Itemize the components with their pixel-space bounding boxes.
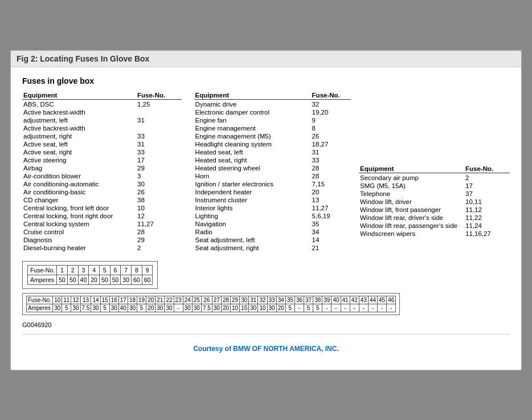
equipment-cell: Air conditioning-basic [22,188,136,196]
diag-header-cell: 3 [78,265,89,275]
diag-header-cell: 38 [313,296,322,304]
equipment-cell: Window lift rear, driver's side [359,214,464,222]
equipment-cell: Dynamic drive [194,100,311,108]
fuse-cell: 10 [136,204,182,212]
diag-header-cell: 26 [201,296,212,304]
diag-value-cell: Amperes [27,304,53,312]
diag-value-cell: - [359,304,368,312]
diag-header-cell: 34 [276,296,285,304]
table-row: ABS, DSC1,25 [22,100,182,108]
table-row: Windscreen wipers11,16,27 [359,230,510,238]
equipment-cell: Air conditioning-automatic [22,180,136,188]
fuse-cell: 19,20 [311,108,351,116]
table-row: Diagnosis29 [22,236,182,244]
fuse-cell: 3 [136,172,182,180]
diag-header-cell: 22 [165,296,174,304]
diag-header-cell: 8 [132,265,142,275]
fuse-cell: 14 [311,236,351,244]
diag-header-cell: 27 [212,296,221,304]
diag-header-cell: 39 [322,296,332,304]
fuse-cell: 11,24 [464,222,510,230]
diag-value-cell: 7.5 [201,304,212,312]
diag-value-cell: 30 [165,304,174,312]
diag-header-cell: 23 [174,296,183,304]
diag-value-cell: 5 [62,304,71,312]
main-window: Fig 2: Locating Fuses In Glove Box Fuses… [10,50,522,371]
courtesy-line: Courtesy of BMW OF NORTH AMERICA, INC. [22,345,510,358]
equipment-cell: Seat adjustment, right [194,244,311,252]
gap1 [182,91,194,252]
equipment-cell: Radio [194,228,311,236]
table-row: Active steering17 [22,156,182,164]
diag-value-cell: 30 [212,304,221,312]
diag-header-cell: 15 [100,296,109,304]
diag-value-cell: 30 [183,304,192,312]
diag-value-cell: - [341,304,350,312]
diag-value-cell: 20 [276,304,285,312]
table-row: Horn28 [194,172,351,180]
diag-value-cell: - [294,304,304,312]
table-row: Air-condition blower3 [22,172,182,180]
diag-header-cell: 7 [121,265,132,275]
diag-header-cell: 36 [294,296,304,304]
equipment-cell: Cruise control [22,228,136,236]
diag-header-cell: 12 [71,296,80,304]
diag-value-cell: 30 [71,304,80,312]
table-row: Active backrest-width [22,108,182,116]
diag-value-cell: 5 [313,304,322,312]
table-row: Secondary air pump2 [359,174,510,182]
diag-value-cell: 40 [78,275,89,284]
equipment-cell: Active seat, left [22,140,136,148]
diag-header-cell: 18 [128,296,137,304]
diag-header-cell: 2 [67,265,78,275]
fuse-cell: 11,27 [136,220,182,228]
fuse-cell: 31 [311,148,351,156]
fuse-cell: 10,11 [464,198,510,206]
section-title: Fuses in glove box [22,76,510,85]
diag-header-cell: 5 [99,265,110,275]
diag-value-cell: 10 [258,304,267,312]
diag-header-cell: Fuse-No. [27,296,53,304]
diag-header-cell: 1 [57,265,68,275]
diag-header-cell: 11 [62,296,71,304]
fuse-cell: 33 [311,156,351,164]
equipment-cell: Telephone [359,190,464,198]
equipment-cell: Instrument cluster [194,196,311,204]
diag-header-cell: 42 [350,296,359,304]
equipment-cell: Electronic damper control [194,108,311,116]
equipment-cell: Airbag [22,164,136,172]
diag-value-cell: 50 [67,275,78,284]
diag-header-cell: 4 [89,265,100,275]
table-row: Interior lights11,27 [194,204,351,212]
col3-spacer [359,91,510,165]
table-row: Seat adjustment, right21 [194,244,351,252]
equipment-cell: Engine management [194,124,311,132]
table-row: Engine fan9 [194,116,351,124]
equipment-cell: Diagnosis [22,236,136,244]
diag-value-cell: 30 [267,304,276,312]
diag-header-cell: 19 [137,296,146,304]
table-row: Lighting5,6,19 [194,212,351,220]
table-row: Ignition / starter electronics7,15 [194,180,351,188]
table-row: Active seat, left31 [22,140,182,148]
fuse-cell: 11,27 [311,204,351,212]
table-row: Electronic damper control19,20 [194,108,351,116]
diag-value-cell: Amperes [28,275,57,284]
equipment-cell: Central locking, front left door [22,204,136,212]
fuse-cell: 9 [311,116,351,124]
equipment-cell: SMG (M5, 15A) [359,182,464,190]
diag-header-cell: 41 [341,296,350,304]
fuse-cell [136,108,182,116]
equipment-cell: Window lift rear, passenger's side [359,222,464,230]
diag-value-cell: 30 [192,304,201,312]
col1-fuse-header: Fuse-No. [136,91,182,99]
table-row: adjustment, left31 [22,116,182,124]
fuse-cell: 26 [311,132,351,140]
fuse-cell: 2 [136,244,182,252]
equipment-cell: adjustment, right [22,132,136,140]
fuse-cell: 28 [311,172,351,180]
col1-equipment-header: Equipment [22,91,136,99]
col3-fuse-header: Fuse-No. [464,165,510,173]
table-row: Diesel-burning heater2 [22,244,182,252]
diag-header-cell: 46 [387,296,396,304]
